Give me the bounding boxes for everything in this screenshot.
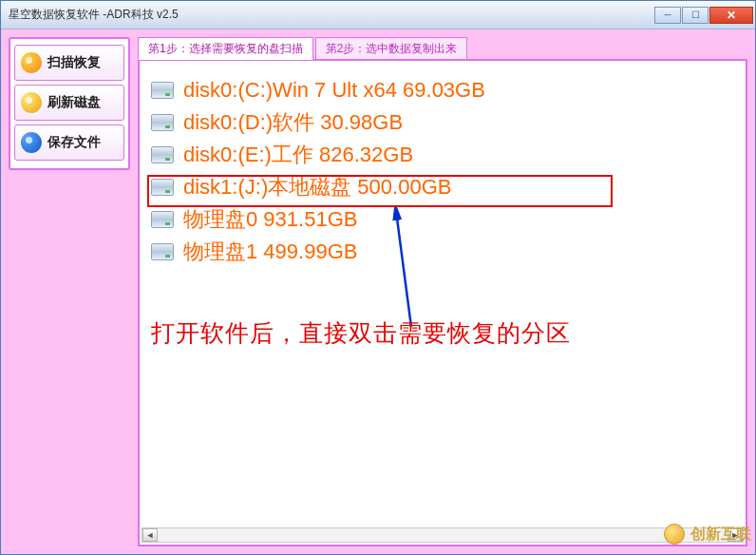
- tab-step1[interactable]: 第1步：选择需要恢复的盘扫描: [138, 37, 313, 60]
- disk-row[interactable]: disk0:(C:)Win 7 Ult x64 69.03GB: [151, 74, 734, 106]
- refresh-icon: [21, 92, 42, 113]
- disk-row[interactable]: 物理盘0 931.51GB: [151, 203, 734, 236]
- disk-icon: [151, 243, 174, 260]
- disk-row[interactable]: disk0:(E:)工作 826.32GB: [151, 139, 734, 171]
- disk-icon: [151, 82, 174, 99]
- watermark: 创新互联: [664, 524, 751, 545]
- watermark-text: 创新互联: [690, 525, 751, 545]
- disk-label: disk0:(D:)软件 30.98GB: [183, 108, 403, 137]
- magnifier-icon: [21, 52, 42, 73]
- main-area: 第1步：选择需要恢复的盘扫描 第2步：选中数据复制出来 disk0:(C:)Wi…: [138, 37, 747, 546]
- refresh-disk-label: 刷新磁盘: [47, 94, 101, 111]
- scan-recover-button[interactable]: 扫描恢复: [14, 45, 124, 81]
- disk-label: disk1:(J:)本地磁盘 500.00GB: [183, 173, 451, 201]
- scroll-left-button[interactable]: ◄: [142, 528, 158, 542]
- disk-row[interactable]: disk1:(J:)本地磁盘 500.00GB: [151, 171, 734, 203]
- titlebar: 星空数据恢复软件 -ADR科技 v2.5 ─ ☐ ✕: [1, 1, 755, 29]
- disk-label: disk0:(C:)Win 7 Ult x64 69.03GB: [183, 78, 485, 103]
- save-file-label: 保存文件: [47, 134, 101, 151]
- tab-step2[interactable]: 第2步：选中数据复制出来: [315, 37, 468, 60]
- horizontal-scrollbar[interactable]: ◄ ►: [142, 527, 744, 543]
- disk-icon: [151, 179, 174, 196]
- scan-recover-label: 扫描恢复: [47, 54, 101, 71]
- disk-label: 物理盘0 931.51GB: [183, 205, 357, 234]
- app-window: 星空数据恢复软件 -ADR科技 v2.5 ─ ☐ ✕ 扫描恢复 刷新磁盘 保存文…: [0, 0, 756, 555]
- window-title: 星空数据恢复软件 -ADR科技 v2.5: [9, 7, 653, 23]
- disk-icon: [151, 146, 174, 163]
- disk-label: disk0:(E:)工作 826.32GB: [183, 141, 413, 169]
- disk-row[interactable]: 物理盘1 499.99GB: [151, 236, 734, 268]
- watermark-icon: [664, 524, 685, 545]
- annotation-text: 打开软件后，直接双击需要恢复的分区: [151, 317, 571, 349]
- close-button[interactable]: ✕: [709, 7, 753, 24]
- disk-label: 物理盘1 499.99GB: [183, 238, 357, 266]
- client-area: 扫描恢复 刷新磁盘 保存文件 第1步：选择需要恢复的盘扫描 第2步：选中数据复制…: [1, 29, 755, 554]
- disk-icon: [151, 211, 174, 228]
- refresh-disk-button[interactable]: 刷新磁盘: [14, 85, 124, 121]
- save-icon: [21, 132, 42, 153]
- tab-bar: 第1步：选择需要恢复的盘扫描 第2步：选中数据复制出来: [138, 37, 747, 60]
- disk-panel: disk0:(C:)Win 7 Ult x64 69.03GB disk0:(D…: [138, 59, 747, 546]
- sidebar: 扫描恢复 刷新磁盘 保存文件: [9, 37, 130, 170]
- maximize-button[interactable]: ☐: [682, 7, 709, 24]
- disk-row[interactable]: disk0:(D:)软件 30.98GB: [151, 106, 734, 139]
- disk-icon: [151, 114, 174, 131]
- disk-list: disk0:(C:)Win 7 Ult x64 69.03GB disk0:(D…: [140, 61, 746, 281]
- minimize-button[interactable]: ─: [654, 7, 681, 24]
- save-file-button[interactable]: 保存文件: [14, 124, 124, 161]
